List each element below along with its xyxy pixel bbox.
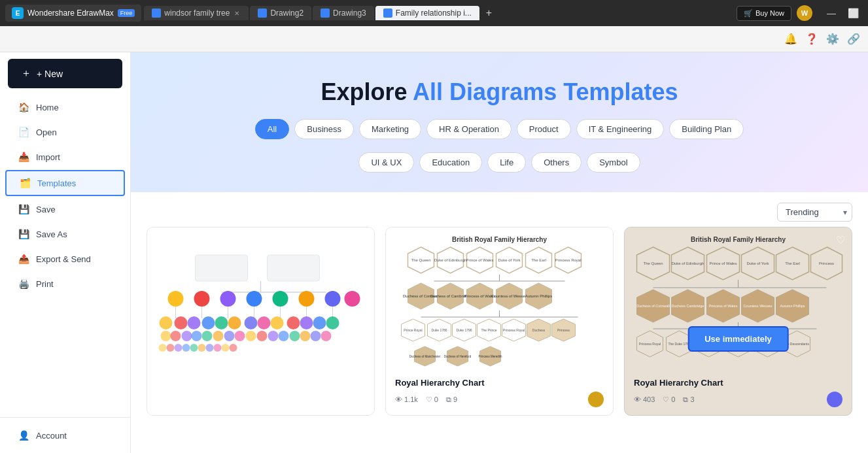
sidebar-item-home[interactable]: 🏠 Home: [5, 95, 125, 119]
export-icon: 📤: [18, 254, 29, 264]
card-2[interactable]: British Royal Family Hierarchy The Queen…: [385, 227, 614, 416]
tab-drawing3[interactable]: Drawing3: [313, 6, 374, 20]
svg-text:Duchess of Cornwall: Duchess of Cornwall: [636, 304, 669, 308]
sort-bar: Trending Newest Most Popular: [131, 192, 868, 227]
card-3[interactable]: British Royal Family Hierarchy The Queen…: [624, 227, 852, 416]
sidebar-item-export[interactable]: 📤 Export & Send: [5, 247, 125, 271]
sidebar-bottom: 👤 Account: [0, 417, 130, 453]
filter-product[interactable]: Product: [517, 119, 571, 139]
open-icon: 📄: [18, 127, 29, 137]
sidebar-item-open[interactable]: 📄 Open: [5, 120, 125, 144]
buy-now-button[interactable]: 🛒 Buy Now: [737, 6, 791, 21]
tab-family[interactable]: Family relationship i...: [375, 6, 479, 20]
svg-point-12: [345, 291, 360, 307]
svg-point-58: [230, 344, 237, 352]
eye-icon: 👁: [395, 395, 402, 403]
svg-point-26: [245, 316, 258, 329]
svg-point-57: [222, 344, 230, 352]
filter-row-1: All Business Marketing HR & Operation Pr…: [144, 119, 855, 139]
card-1[interactable]: Royal Hierarchy Chart: [147, 227, 375, 416]
svg-text:Prince Royal: Prince Royal: [404, 328, 422, 332]
svg-point-41: [246, 331, 256, 341]
svg-point-23: [202, 316, 215, 329]
maximize-button[interactable]: ⬜: [844, 7, 863, 20]
app-icon: E: [12, 7, 24, 19]
sidebar-item-save[interactable]: 💾 Save: [5, 197, 125, 221]
svg-text:Princess Royal: Princess Royal: [503, 328, 525, 332]
svg-point-35: [182, 331, 192, 341]
new-button[interactable]: ＋ + New: [8, 59, 122, 88]
favorite-button-card3[interactable]: ♡: [836, 234, 845, 246]
svg-text:Prince of Wales: Prince of Wales: [710, 261, 737, 265]
sidebar-item-account[interactable]: 👤 Account: [5, 424, 125, 447]
filter-ui[interactable]: UI & UX: [358, 152, 414, 173]
tab-icon-family: [383, 8, 392, 18]
filter-education[interactable]: Education: [419, 152, 482, 173]
tab-windsor[interactable]: windsor family tree ✕: [144, 6, 249, 20]
title-bar: E Wondershare EdrawMax Free windsor fami…: [0, 0, 868, 26]
svg-text:Princess Royal: Princess Royal: [555, 258, 581, 262]
filter-symbol[interactable]: Symbol: [587, 152, 640, 173]
sidebar-item-import[interactable]: 📥 Import: [5, 145, 125, 169]
card-2-info: Royal Hierarchy Chart 👁 1.1k ♡ 0 ⧉ 9: [386, 371, 613, 415]
use-immediately-button[interactable]: Use immediately: [687, 326, 789, 352]
filter-row-2: UI & UX Education Life Others Symbol: [144, 152, 855, 173]
card-1-thumbnail: [147, 227, 374, 415]
filter-life[interactable]: Life: [487, 152, 526, 173]
filter-business[interactable]: Business: [294, 119, 354, 139]
svg-text:Duke of York: Duke of York: [498, 258, 521, 262]
tab-icon-drawing2: [258, 8, 267, 18]
svg-text:Prince of Wales: Prince of Wales: [466, 258, 494, 262]
sidebar-item-print[interactable]: 🖨️ Print: [5, 272, 125, 295]
card-2-avatar: [588, 392, 604, 407]
heart-icon-3: ♡: [663, 395, 669, 404]
svg-point-5: [168, 291, 184, 307]
settings-icon[interactable]: ⚙️: [826, 33, 839, 45]
svg-point-54: [198, 344, 206, 352]
share-icon[interactable]: 🔗: [847, 33, 860, 45]
svg-point-39: [224, 331, 235, 341]
svg-point-55: [206, 344, 214, 352]
user-avatar[interactable]: W: [797, 5, 812, 21]
sidebar-item-templates[interactable]: 🗂️ Templates: [5, 170, 125, 196]
page-title: Explore All Diagrams Templates: [144, 78, 855, 106]
help-icon[interactable]: ❓: [805, 33, 818, 45]
svg-text:Duke 1786: Duke 1786: [431, 328, 447, 332]
card-2-copies: ⧉ 9: [446, 395, 457, 404]
svg-point-50: [167, 344, 175, 352]
svg-text:Princess: Princess: [557, 328, 570, 332]
filter-building[interactable]: Building Plan: [669, 119, 744, 139]
svg-rect-1: [196, 255, 248, 281]
svg-text:The Earl: The Earl: [531, 258, 546, 262]
svg-point-22: [188, 316, 201, 329]
svg-text:Duchess of Manchester: Duchess of Manchester: [409, 355, 441, 358]
add-tab-button[interactable]: +: [481, 7, 497, 19]
notification-icon[interactable]: 🔔: [784, 33, 797, 45]
svg-point-6: [194, 291, 210, 307]
card-3-meta: 👁 403 ♡ 0 ⧉ 3: [634, 392, 842, 407]
filter-it[interactable]: IT & Engineering: [576, 119, 665, 139]
sidebar-label-templates: Templates: [37, 178, 76, 188]
card-3-likes: ♡ 0: [663, 395, 675, 404]
content-area: Explore All Diagrams Templates All Busin…: [131, 52, 868, 453]
svg-text:Duke of Edinburgh: Duke of Edinburgh: [672, 261, 704, 265]
svg-point-28: [271, 316, 284, 329]
tab-drawing2[interactable]: Drawing2: [250, 6, 311, 20]
filter-others[interactable]: Others: [531, 152, 582, 173]
card-3-thumbnail: British Royal Family Hierarchy The Queen…: [625, 227, 852, 371]
svg-text:Countess of Wessex: Countess of Wessex: [491, 294, 527, 298]
filter-hr[interactable]: HR & Operation: [426, 119, 512, 139]
card-2-title: Royal Hierarchy Chart: [395, 378, 604, 388]
tab-close-windsor[interactable]: ✕: [233, 10, 241, 17]
sidebar-label-account: Account: [36, 431, 67, 441]
svg-point-52: [182, 344, 190, 352]
svg-text:The Queen: The Queen: [643, 261, 663, 265]
minimize-button[interactable]: —: [823, 7, 840, 20]
filter-all[interactable]: All: [255, 119, 289, 139]
card-2-meta: 👁 1.1k ♡ 0 ⧉ 9: [395, 392, 604, 407]
sidebar-item-save-as[interactable]: 💾 Save As: [5, 222, 125, 246]
filter-marketing[interactable]: Marketing: [359, 119, 421, 139]
sort-select[interactable]: Trending Newest Most Popular: [777, 203, 852, 222]
svg-text:Countess Wessex: Countess Wessex: [743, 304, 772, 308]
tab-icon-windsor: [152, 8, 161, 18]
